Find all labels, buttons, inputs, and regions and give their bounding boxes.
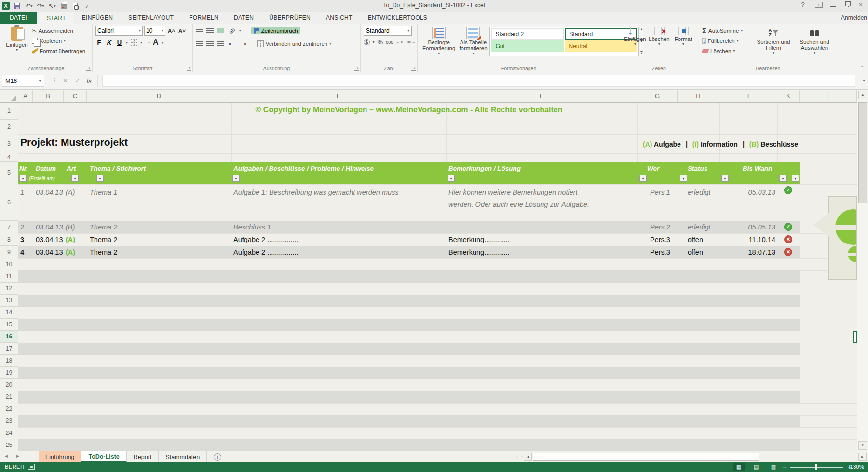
row-header-24[interactable]: 24 xyxy=(0,427,18,439)
cell-r4-wer[interactable]: Pers.3 xyxy=(650,246,679,258)
menu-tab-entwicklertools[interactable]: ENTWICKLERTOOLS xyxy=(360,12,435,24)
cell-r1-datum[interactable]: 03.04.13 xyxy=(36,184,64,221)
align-top-icon[interactable] xyxy=(196,29,203,33)
align-left-icon[interactable] xyxy=(196,41,203,46)
borders-icon[interactable] xyxy=(131,39,137,46)
row-header-11[interactable]: 11 xyxy=(0,270,18,283)
cell-r2-status[interactable]: erledigt xyxy=(688,221,721,233)
column-header-F[interactable]: F xyxy=(446,90,637,102)
cell-r1-status[interactable]: erledigt xyxy=(688,184,721,221)
close-icon[interactable]: × xyxy=(856,1,865,8)
column-header-C[interactable]: C xyxy=(64,90,87,102)
grow-font-button[interactable]: A˄ xyxy=(167,26,176,36)
style-gut[interactable]: Gut xyxy=(491,40,564,52)
cell-r3-nr[interactable]: 3 xyxy=(20,233,33,246)
clipboard-dialog-launcher[interactable]: ↘ xyxy=(86,66,91,71)
cell-r4-thema[interactable]: Thema 2 xyxy=(90,246,231,258)
percent-format-icon[interactable]: % xyxy=(378,39,383,46)
cell-r3-datum[interactable]: 03.04.13 xyxy=(36,233,64,246)
menu-tab-start[interactable]: START xyxy=(39,12,74,24)
zoom-level[interactable]: 130% xyxy=(850,464,864,470)
insert-function-icon[interactable]: fx xyxy=(87,77,92,84)
filter-button[interactable]: ▾ xyxy=(680,175,687,182)
filter-button[interactable]: ▾ xyxy=(721,175,729,182)
column-header-D[interactable]: D xyxy=(87,90,231,102)
cell-r2-bemerkung[interactable] xyxy=(448,221,598,233)
paste-button[interactable]: Einfügen▾ xyxy=(3,26,31,56)
font-dialog-launcher[interactable]: ↘ xyxy=(187,66,191,71)
cell-r1-aufgabe[interactable]: Aufgabe 1: Beschreibung was gemacht werd… xyxy=(233,184,445,221)
row-header-8[interactable]: 8 xyxy=(0,233,18,246)
row-header-22[interactable]: 22 xyxy=(0,403,18,415)
row-header-2[interactable]: 2 xyxy=(0,120,18,134)
confirm-entry-icon[interactable]: ✓ xyxy=(75,77,80,84)
expand-formula-bar-icon[interactable]: ▾ xyxy=(863,78,865,83)
cell-r3-bis[interactable]: 11.10.14 xyxy=(722,233,775,246)
filter-button[interactable]: ▾ xyxy=(19,175,27,182)
cell-r3-bemerkung[interactable]: Bemerkung............. xyxy=(448,233,598,246)
filter-button[interactable]: ▾ xyxy=(232,175,240,182)
align-right-icon[interactable] xyxy=(217,41,224,46)
copy-button[interactable]: Kopieren ▾ xyxy=(31,36,86,46)
cell-r4-status[interactable]: offen xyxy=(688,246,721,258)
fill-button[interactable]: ↓ Füllbereich ▾ xyxy=(701,36,753,46)
row-header-1[interactable]: 1 xyxy=(0,103,18,120)
autosum-button[interactable]: Σ AutoSumme ▾ xyxy=(701,26,753,36)
vertical-scroll-thumb[interactable] xyxy=(858,102,867,203)
filter-button[interactable]: ▾ xyxy=(779,175,787,182)
zoom-slider-thumb[interactable] xyxy=(815,464,817,470)
formula-input[interactable] xyxy=(102,75,855,87)
menu-tab-formeln[interactable]: FORMELN xyxy=(181,12,226,24)
align-middle-icon[interactable] xyxy=(206,28,214,33)
active-cell-m16[interactable] xyxy=(853,331,857,343)
row-header-16[interactable]: 16 xyxy=(0,331,18,343)
cell-r3-thema[interactable]: Thema 2 xyxy=(90,233,231,246)
page-layout-view-icon[interactable]: ▤ xyxy=(750,463,762,471)
cell-r2-wer[interactable]: Pers.2 xyxy=(650,221,679,233)
format-cells-button[interactable]: Format▾ xyxy=(671,26,695,47)
row-header-13[interactable]: 13 xyxy=(0,295,18,307)
cell-r3-wer[interactable]: Pers.3 xyxy=(650,233,679,246)
name-box[interactable]: M16▾ xyxy=(2,75,44,87)
cell-r1-wer[interactable]: Pers.1 xyxy=(650,184,679,221)
cell-r2-nr[interactable]: 2 xyxy=(20,221,33,233)
format-as-table-button[interactable]: Als Tabelle formatieren▾ xyxy=(457,26,489,56)
filter-button[interactable]: ▾ xyxy=(448,175,455,182)
align-bottom-icon[interactable] xyxy=(217,28,224,33)
select-all-corner[interactable] xyxy=(0,90,18,102)
sort-filter-button[interactable]: AZ Sortieren und Filtern▾ xyxy=(753,26,794,56)
bold-button[interactable]: F xyxy=(95,39,103,46)
delete-cells-button[interactable]: ✕ Löschen▾ xyxy=(647,26,671,47)
font-size-select[interactable]: 10▾ xyxy=(144,26,165,36)
alignment-dialog-launcher[interactable]: ↘ xyxy=(354,66,359,71)
row-header-3[interactable]: 3 xyxy=(0,134,18,153)
help-icon[interactable]: ? xyxy=(799,1,807,8)
row-header-19[interactable]: 19 xyxy=(0,367,18,379)
style-standard-2[interactable]: Standard 2 xyxy=(491,28,564,40)
cell-r2-art[interactable]: (B) xyxy=(66,221,86,233)
cell-r1-bis[interactable]: 05.03.13 xyxy=(722,184,775,221)
row-header-15[interactable]: 15 xyxy=(0,319,18,331)
decrease-indent-icon[interactable]: ⇤≡ xyxy=(228,39,237,49)
minimize-icon[interactable] xyxy=(830,6,836,7)
decrease-decimal-icon[interactable]: .00→ xyxy=(406,40,415,44)
column-header-H[interactable]: H xyxy=(678,90,719,102)
row-header-21[interactable]: 21 xyxy=(0,391,18,403)
menu-tab-ansicht[interactable]: ANSICHT xyxy=(318,12,360,24)
row-header-23[interactable]: 23 xyxy=(0,415,18,427)
cell-r4-aufgabe[interactable]: Aufgabe 2 ................ xyxy=(233,246,445,258)
currency-format-icon[interactable]: $ xyxy=(364,39,370,45)
collapse-ribbon-icon[interactable]: ⌃ xyxy=(860,65,864,70)
cell-r3-aufgabe[interactable]: Aufgabe 2 ................ xyxy=(233,233,445,246)
font-name-select[interactable]: Calibri▾ xyxy=(95,26,143,36)
merge-center-button[interactable]: Verbinden und zentrieren▾ xyxy=(256,39,333,49)
number-format-select[interactable]: Standard▾ xyxy=(364,26,412,36)
conditional-formatting-button[interactable]: Bedingte Formatierung▾ xyxy=(420,26,457,56)
sheet-tab-report[interactable]: Report xyxy=(127,451,159,462)
normal-view-icon[interactable]: ▦ xyxy=(733,463,745,471)
menu-tab-einfügen[interactable]: EINFÜGEN xyxy=(74,12,121,24)
row-header-5[interactable]: 5 xyxy=(0,162,18,184)
vertical-scrollbar[interactable]: ▲ ▼ xyxy=(857,90,868,451)
cell-r2-datum[interactable]: 03.04.13 xyxy=(36,221,64,233)
column-header-G[interactable]: G xyxy=(637,90,678,102)
